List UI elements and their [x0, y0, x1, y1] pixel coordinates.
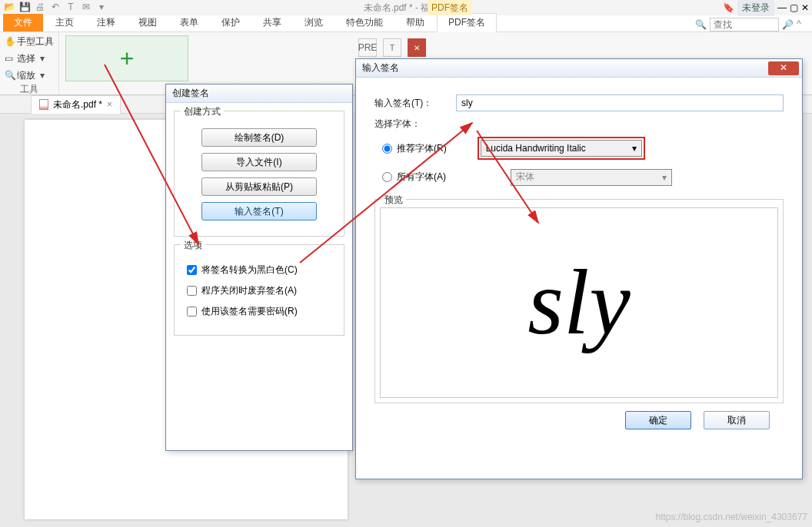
tool-zoom-label: 缩放 — [17, 69, 35, 82]
tab-annotate[interactable]: 注释 — [86, 14, 126, 31]
dialog-close-button[interactable]: ✕ — [768, 61, 799, 75]
type-signature-label: 输入签名(T)： — [374, 97, 451, 110]
create-method-group: 创建方式 绘制签名(D) 导入文件(I) 从剪贴板粘贴(P) 输入签名(T) — [174, 111, 344, 237]
tab-view[interactable]: 视图 — [128, 14, 168, 31]
signature-text-input[interactable] — [456, 94, 784, 111]
pdf-file-icon — [39, 99, 48, 110]
print-icon[interactable]: 🖨 — [34, 2, 46, 14]
recommended-font-label: 推荐字体(R) — [397, 142, 447, 155]
ribbon-group-label: 工具 — [5, 83, 54, 96]
tool-select-label: 选择 — [17, 52, 35, 65]
search-plus-icon[interactable]: 🔎 — [782, 19, 794, 30]
save-icon[interactable]: 💾 — [18, 2, 31, 14]
recommended-font-combo[interactable]: Lucida Handwriting Italic▾ — [481, 140, 642, 157]
options-legend: 选项 — [181, 239, 205, 252]
all-font-combo: 宋体▾ — [511, 169, 672, 186]
tab-share[interactable]: 共享 — [252, 14, 292, 31]
tool-zoom[interactable]: 🔍缩放▾ — [5, 68, 54, 83]
input-dialog-title: 输入签名 — [362, 61, 399, 75]
options-group: 选项 将签名转换为黑白色(C) 程序关闭时废弃签名(A) 使用该签名需要密码(R… — [174, 244, 344, 336]
recommended-font-value: Lucida Handwriting Italic — [486, 143, 586, 154]
ribbon-tabs: 文件 主页 注释 视图 表单 保护 共享 浏览 特色功能 帮助 PDF签名 🔍 … — [0, 15, 812, 32]
opt-bw-label: 将签名转换为黑白色(C) — [201, 264, 298, 277]
type-signature-button[interactable]: 输入签名(T) — [201, 202, 317, 220]
maximize-icon[interactable]: ▢ — [790, 2, 798, 13]
import-file-button[interactable]: 导入文件(I) — [201, 153, 317, 171]
find-icon[interactable]: 🔍 — [695, 19, 707, 30]
more-qat-icon[interactable]: ▾ — [95, 2, 108, 14]
undo-icon[interactable]: ↶ — [49, 2, 62, 14]
opt-password-label: 使用该签名需要密码(R) — [201, 305, 298, 318]
tool-hand[interactable]: ✋手型工具 — [5, 34, 54, 49]
tab-browse[interactable]: 浏览 — [294, 14, 334, 31]
tab-protect[interactable]: 保护 — [211, 14, 251, 31]
document-tab-label: 未命名.pdf * — [53, 98, 102, 111]
all-font-label: 所有字体(A) — [397, 171, 446, 184]
create-signature-button[interactable]: + — [65, 35, 188, 81]
ribbon-collapse-icon[interactable]: ^ — [797, 18, 809, 31]
signature-preview-text: sly — [527, 250, 630, 356]
search-input[interactable] — [710, 18, 779, 31]
ribbon-group-tools: ✋手型工具 ▭选择▾ 🔍缩放▾ 工具 — [0, 32, 59, 94]
create-signature-dialog: 创建签名 创建方式 绘制签名(D) 导入文件(I) 从剪贴板粘贴(P) 输入签名… — [165, 84, 353, 451]
tab-features[interactable]: 特色功能 — [335, 14, 394, 31]
open-icon[interactable]: 📂 — [3, 2, 15, 14]
paste-clipboard-button[interactable]: 从剪贴板粘贴(P) — [201, 177, 317, 196]
tab-help[interactable]: 帮助 — [395, 14, 435, 31]
signature-preview: sly — [380, 207, 778, 398]
preview-icon-label: PRE — [358, 42, 378, 53]
create-method-legend: 创建方式 — [181, 105, 224, 118]
quick-access-toolbar: 📂 💾 🖨 ↶ T ✉ ▾ — [0, 2, 108, 14]
input-signature-dialog: 输入签名 ✕ 输入签名(T)： 选择字体： 推荐字体(R) Lucida Han… — [355, 58, 803, 479]
opt-password-checkbox[interactable] — [187, 307, 197, 317]
create-dialog-title: 创建签名 — [172, 87, 209, 100]
tab-file[interactable]: 文件 — [3, 14, 43, 31]
opt-discard-checkbox[interactable] — [187, 286, 197, 296]
title-bar: 📂 💾 🖨 ↶ T ✉ ▾ 未命名.pdf * - 福昕阅读器 🔖 未登录 — … — [0, 0, 812, 15]
bookmark-icon[interactable]: 🔖 — [723, 2, 734, 13]
window-title: 未命名.pdf * - 福昕阅读器 — [108, 2, 723, 15]
watermark: https://blog.csdn.net/weixin_4303677 — [656, 512, 807, 522]
select-font-label: 选择字体： — [374, 118, 451, 131]
chevron-down-icon: ▾ — [662, 172, 667, 183]
recommended-font-radio[interactable] — [382, 144, 392, 154]
preview-group: 预览 sly — [374, 199, 784, 403]
close-window-icon[interactable]: ✕ — [801, 2, 809, 13]
document-tab[interactable]: 未命名.pdf * × — [31, 95, 121, 114]
all-font-radio[interactable] — [382, 172, 392, 182]
cancel-button[interactable]: 取消 — [704, 411, 770, 429]
document-tab-close-icon[interactable]: × — [107, 99, 112, 110]
opt-bw-checkbox[interactable] — [187, 265, 197, 275]
recommended-font-highlight: Lucida Handwriting Italic▾ — [478, 137, 645, 160]
tab-pdfsign[interactable]: PDF签名 — [437, 13, 497, 32]
opt-discard-label: 程序关闭时废弃签名(A) — [201, 284, 297, 297]
contextual-tab-pdfsign: PDF签名 — [428, 0, 472, 15]
draw-signature-button[interactable]: 绘制签名(D) — [201, 128, 317, 147]
delete-signature-icon[interactable]: ✕ — [408, 38, 426, 57]
text-sign-icon[interactable]: T — [383, 38, 401, 57]
text-icon[interactable]: T — [65, 2, 77, 14]
login-status[interactable]: 未登录 — [737, 0, 774, 16]
preview-legend: 预览 — [381, 194, 406, 207]
tab-form[interactable]: 表单 — [169, 14, 209, 31]
ok-button[interactable]: 确定 — [625, 411, 691, 429]
all-font-value: 宋体 — [516, 171, 534, 184]
tab-home[interactable]: 主页 — [45, 14, 85, 31]
preview-icon[interactable]: PRE — [358, 38, 377, 57]
chevron-down-icon: ▾ — [632, 143, 637, 154]
tool-select[interactable]: ▭选择▾ — [5, 51, 54, 66]
mail-icon[interactable]: ✉ — [80, 2, 92, 14]
minimize-icon[interactable]: — — [777, 2, 787, 13]
tool-hand-label: 手型工具 — [17, 35, 54, 48]
